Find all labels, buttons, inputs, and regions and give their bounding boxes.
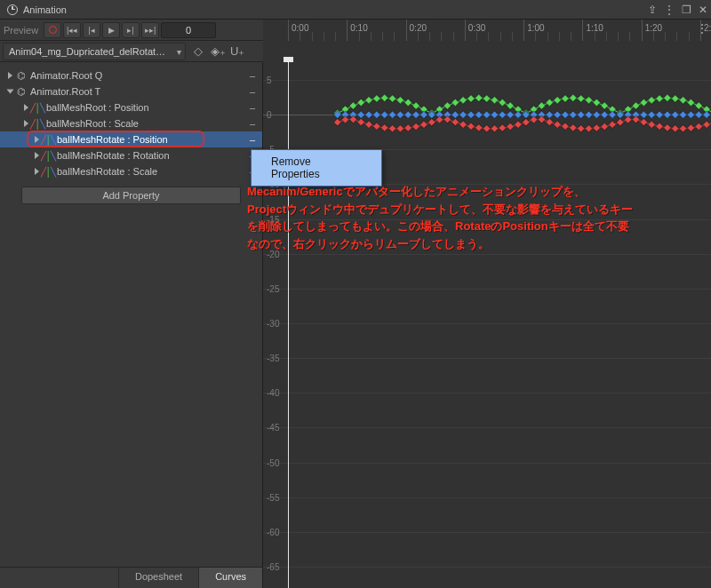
hierarchy-label: ballMeshRoot : Scale (46, 118, 250, 129)
filter-diamond-icon[interactable]: ◇ (191, 44, 205, 58)
svg-rect-144 (624, 115, 631, 123)
annotation-text: Mecanim/Genericでアバター化したアニメーションクリップを、 Pro… (247, 183, 709, 252)
curve-editor[interactable]: 50-5-10-15-20-25-30-35-40-45-50-55-60-65… (263, 62, 711, 588)
svg-rect-95 (648, 111, 655, 118)
svg-rect-20 (483, 95, 490, 102)
svg-rect-122 (467, 123, 475, 130)
svg-rect-71 (475, 111, 483, 118)
axes-icon: ╱│╲ (43, 166, 53, 177)
expand-icon[interactable] (21, 119, 30, 128)
preview-toggle[interactable]: Preview (4, 25, 38, 36)
unlock-icon[interactable]: ⇪ (648, 4, 657, 16)
add-keyframe-icon[interactable]: ◈₊ (211, 44, 225, 58)
prev-frame-button[interactable]: |◂ (83, 22, 100, 38)
property-options-icon[interactable]: – (250, 102, 255, 113)
animator-icon: ⌬ (16, 70, 27, 81)
svg-rect-106 (349, 115, 356, 123)
svg-rect-61 (404, 111, 411, 118)
animation-window-icon (7, 4, 18, 15)
svg-rect-29 (546, 99, 553, 106)
svg-rect-153 (695, 123, 702, 130)
svg-rect-36 (601, 102, 608, 109)
hierarchy-label: ballMeshRotate : Rotation (57, 150, 250, 161)
expand-icon[interactable] (32, 167, 41, 176)
property-options-icon[interactable]: – (250, 86, 255, 97)
hierarchy-row-ballmeshrotate-position[interactable]: ╱│╲ ballMeshRotate : Position – (0, 131, 262, 147)
expand-icon[interactable] (32, 151, 41, 160)
expand-icon[interactable] (5, 87, 14, 96)
svg-rect-146 (640, 118, 647, 125)
hierarchy-row-ballmeshroot-position[interactable]: ╱│╲ ballMeshRoot : Position – (0, 99, 262, 115)
property-options-icon[interactable]: – (250, 70, 255, 81)
svg-rect-55 (357, 111, 364, 118)
svg-rect-15 (443, 102, 451, 109)
curves-svg (263, 62, 711, 588)
svg-rect-113 (404, 124, 411, 131)
playhead[interactable] (288, 62, 289, 588)
svg-rect-35 (593, 99, 600, 106)
first-frame-button[interactable]: |◂◂ (63, 22, 81, 38)
svg-rect-57 (373, 111, 380, 118)
expand-icon[interactable] (32, 135, 41, 144)
next-frame-button[interactable]: ▸| (122, 22, 140, 38)
svg-rect-10 (412, 102, 419, 109)
svg-rect-120 (451, 118, 459, 125)
svg-rect-119 (443, 115, 451, 123)
axes-icon: ╱│╲ (32, 118, 43, 129)
hierarchy-row-ballmeshrotate-rotation[interactable]: ╱│╲ ballMeshRotate : Rotation – (0, 147, 262, 163)
svg-rect-87 (593, 111, 600, 118)
hierarchy-label: ballMeshRoot : Position (46, 102, 250, 113)
close-icon[interactable]: ✕ (699, 4, 707, 16)
svg-rect-69 (459, 111, 467, 118)
svg-rect-56 (365, 111, 372, 118)
tab-curves[interactable]: Curves (198, 568, 262, 588)
svg-rect-138 (585, 124, 592, 131)
svg-rect-154 (703, 121, 710, 128)
svg-rect-133 (546, 118, 553, 125)
hierarchy-row-ballmeshroot-scale[interactable]: ╱│╲ ballMeshRoot : Scale – (0, 115, 262, 131)
expand-icon[interactable] (21, 103, 30, 112)
svg-rect-7 (388, 95, 395, 102)
hierarchy-row-root-q[interactable]: ⌬ Animator.Root Q – (0, 68, 262, 83)
axes-icon: ╱│╲ (43, 150, 53, 161)
last-frame-button[interactable]: ▸▸| (141, 22, 159, 38)
svg-rect-97 (664, 111, 671, 118)
svg-rect-2 (349, 102, 356, 109)
svg-rect-84 (570, 111, 577, 118)
kebab-menu-icon[interactable]: ⋮ (696, 21, 707, 36)
svg-rect-134 (554, 121, 561, 128)
svg-rect-107 (357, 118, 364, 125)
property-panel: ⌬ Animator.Root Q – ⌬ Animator.Root T – … (0, 62, 263, 588)
svg-rect-86 (585, 111, 592, 118)
svg-rect-68 (451, 111, 459, 118)
play-button[interactable]: ▶ (102, 22, 120, 38)
tab-dopesheet[interactable]: Dopesheet (118, 568, 198, 588)
svg-rect-150 (671, 124, 678, 131)
maximize-icon[interactable]: ❐ (682, 4, 691, 16)
expand-icon[interactable] (5, 71, 14, 80)
record-icon (49, 26, 57, 34)
hierarchy-row-root-t[interactable]: ⌬ Animator.Root T – (0, 83, 262, 99)
svg-rect-114 (412, 123, 419, 130)
svg-rect-149 (664, 124, 671, 131)
svg-rect-19 (475, 94, 483, 101)
svg-rect-58 (380, 111, 387, 118)
property-options-icon[interactable]: – (250, 118, 255, 129)
context-menu: Remove Properties (251, 149, 382, 187)
add-property-button[interactable]: Add Property (21, 187, 241, 204)
svg-rect-139 (593, 124, 600, 131)
add-event-icon[interactable]: U₊ (230, 44, 244, 58)
svg-rect-127 (507, 123, 514, 130)
record-button[interactable] (44, 22, 61, 38)
svg-rect-43 (648, 96, 655, 103)
clip-selector[interactable]: Anim04_mg_Dupricated_delRotat… (3, 43, 186, 60)
context-menu-remove-properties[interactable]: Remove Properties (253, 152, 379, 184)
context-menu-icon[interactable]: ⋮ (664, 4, 675, 16)
svg-rect-101 (695, 111, 702, 118)
hierarchy-row-ballmeshrotate-scale[interactable]: ╱│╲ ballMeshRotate : Scale – (0, 163, 262, 179)
svg-rect-28 (538, 102, 545, 109)
hierarchy-label: Animator.Root Q (30, 70, 250, 81)
frame-input[interactable] (161, 22, 216, 38)
property-options-icon[interactable]: – (250, 134, 255, 145)
svg-rect-45 (664, 94, 671, 101)
